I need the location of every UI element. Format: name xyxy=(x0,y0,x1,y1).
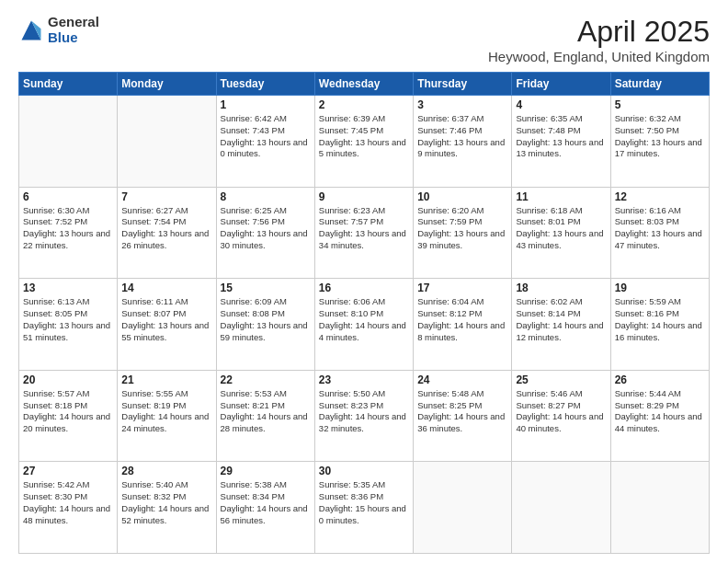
day-number: 17 xyxy=(417,282,507,294)
subtitle: Heywood, England, United Kingdom xyxy=(488,49,710,64)
main-title: April 2025 xyxy=(488,15,710,49)
day-number: 2 xyxy=(319,98,409,111)
calendar-cell: 9Sunrise: 6:23 AM Sunset: 7:57 PM Daylig… xyxy=(314,187,413,279)
calendar-cell: 5Sunrise: 6:32 AM Sunset: 7:50 PM Daylig… xyxy=(610,96,709,188)
day-number: 3 xyxy=(417,98,507,111)
day-header-saturday: Saturday xyxy=(610,73,709,96)
calendar-cell: 29Sunrise: 5:38 AM Sunset: 8:34 PM Dayli… xyxy=(216,462,314,554)
day-number: 29 xyxy=(221,465,311,477)
day-info: Sunrise: 6:20 AM Sunset: 7:59 PM Dayligh… xyxy=(417,205,507,252)
day-info: Sunrise: 5:46 AM Sunset: 8:27 PM Dayligh… xyxy=(516,388,606,435)
day-info: Sunrise: 5:48 AM Sunset: 8:25 PM Dayligh… xyxy=(417,388,507,435)
calendar-cell: 15Sunrise: 6:09 AM Sunset: 8:08 PM Dayli… xyxy=(216,279,314,371)
day-info: Sunrise: 6:23 AM Sunset: 7:57 PM Dayligh… xyxy=(319,205,409,252)
calendar-week-row: 20Sunrise: 5:57 AM Sunset: 8:18 PM Dayli… xyxy=(19,370,710,462)
page: General Blue April 2025 Heywood, England… xyxy=(0,0,728,563)
calendar-cell: 12Sunrise: 6:16 AM Sunset: 8:03 PM Dayli… xyxy=(610,187,709,279)
day-info: Sunrise: 6:02 AM Sunset: 8:14 PM Dayligh… xyxy=(516,296,606,343)
day-header-tuesday: Tuesday xyxy=(216,73,314,96)
day-number: 21 xyxy=(121,373,211,386)
day-number: 11 xyxy=(516,190,606,203)
day-info: Sunrise: 6:27 AM Sunset: 7:54 PM Dayligh… xyxy=(121,205,211,252)
calendar-cell: 25Sunrise: 5:46 AM Sunset: 8:27 PM Dayli… xyxy=(512,370,610,462)
calendar-cell: 30Sunrise: 5:35 AM Sunset: 8:36 PM Dayli… xyxy=(314,462,413,554)
day-number: 13 xyxy=(23,282,113,294)
calendar-cell: 27Sunrise: 5:42 AM Sunset: 8:30 PM Dayli… xyxy=(19,462,118,554)
calendar-cell xyxy=(610,462,709,554)
calendar-cell: 18Sunrise: 6:02 AM Sunset: 8:14 PM Dayli… xyxy=(512,279,610,371)
calendar-cell: 3Sunrise: 6:37 AM Sunset: 7:46 PM Daylig… xyxy=(414,96,512,188)
day-header-monday: Monday xyxy=(118,73,216,96)
day-number: 5 xyxy=(615,98,705,111)
calendar-week-row: 13Sunrise: 6:13 AM Sunset: 8:05 PM Dayli… xyxy=(19,279,710,371)
day-info: Sunrise: 6:18 AM Sunset: 8:01 PM Dayligh… xyxy=(516,205,606,252)
calendar-cell xyxy=(512,462,610,554)
day-info: Sunrise: 6:25 AM Sunset: 7:56 PM Dayligh… xyxy=(221,205,311,252)
day-header-thursday: Thursday xyxy=(414,73,512,96)
day-number: 12 xyxy=(615,190,705,203)
calendar-week-row: 6Sunrise: 6:30 AM Sunset: 7:52 PM Daylig… xyxy=(19,187,710,279)
title-area: April 2025 Heywood, England, United King… xyxy=(488,15,710,64)
logo-general-text: General xyxy=(48,15,99,30)
calendar-cell: 17Sunrise: 6:04 AM Sunset: 8:12 PM Dayli… xyxy=(414,279,512,371)
day-number: 16 xyxy=(319,282,409,294)
day-info: Sunrise: 5:42 AM Sunset: 8:30 PM Dayligh… xyxy=(23,479,113,526)
day-number: 4 xyxy=(516,98,606,111)
day-number: 24 xyxy=(417,373,507,386)
calendar-cell: 2Sunrise: 6:39 AM Sunset: 7:45 PM Daylig… xyxy=(314,96,413,188)
calendar-cell: 16Sunrise: 6:06 AM Sunset: 8:10 PM Dayli… xyxy=(314,279,413,371)
day-number: 10 xyxy=(417,190,507,203)
day-number: 20 xyxy=(23,373,113,386)
logo-icon xyxy=(18,17,44,43)
calendar-cell: 1Sunrise: 6:42 AM Sunset: 7:43 PM Daylig… xyxy=(216,96,314,188)
calendar-cell: 4Sunrise: 6:35 AM Sunset: 7:48 PM Daylig… xyxy=(512,96,610,188)
day-info: Sunrise: 6:42 AM Sunset: 7:43 PM Dayligh… xyxy=(221,113,311,160)
day-info: Sunrise: 5:44 AM Sunset: 8:29 PM Dayligh… xyxy=(615,388,705,435)
day-header-sunday: Sunday xyxy=(19,73,118,96)
day-info: Sunrise: 6:13 AM Sunset: 8:05 PM Dayligh… xyxy=(23,296,113,343)
calendar-cell: 10Sunrise: 6:20 AM Sunset: 7:59 PM Dayli… xyxy=(414,187,512,279)
calendar-cell: 22Sunrise: 5:53 AM Sunset: 8:21 PM Dayli… xyxy=(216,370,314,462)
day-info: Sunrise: 5:55 AM Sunset: 8:19 PM Dayligh… xyxy=(121,388,211,435)
day-info: Sunrise: 6:37 AM Sunset: 7:46 PM Dayligh… xyxy=(417,113,507,160)
calendar-week-row: 27Sunrise: 5:42 AM Sunset: 8:30 PM Dayli… xyxy=(19,462,710,554)
calendar-cell: 20Sunrise: 5:57 AM Sunset: 8:18 PM Dayli… xyxy=(19,370,118,462)
day-info: Sunrise: 6:39 AM Sunset: 7:45 PM Dayligh… xyxy=(319,113,409,160)
calendar-header-row: SundayMondayTuesdayWednesdayThursdayFrid… xyxy=(19,73,710,96)
day-number: 7 xyxy=(121,190,211,203)
calendar-cell: 24Sunrise: 5:48 AM Sunset: 8:25 PM Dayli… xyxy=(414,370,512,462)
day-number: 19 xyxy=(615,282,705,294)
day-number: 26 xyxy=(615,373,705,386)
day-info: Sunrise: 6:04 AM Sunset: 8:12 PM Dayligh… xyxy=(417,296,507,343)
day-number: 22 xyxy=(221,373,311,386)
day-number: 14 xyxy=(121,282,211,294)
calendar-table: SundayMondayTuesdayWednesdayThursdayFrid… xyxy=(18,72,710,554)
logo: General Blue xyxy=(18,15,99,45)
calendar-cell: 11Sunrise: 6:18 AM Sunset: 8:01 PM Dayli… xyxy=(512,187,610,279)
day-info: Sunrise: 5:57 AM Sunset: 8:18 PM Dayligh… xyxy=(23,388,113,435)
day-info: Sunrise: 6:09 AM Sunset: 8:08 PM Dayligh… xyxy=(221,296,311,343)
day-number: 8 xyxy=(221,190,311,203)
day-number: 27 xyxy=(23,465,113,477)
day-header-wednesday: Wednesday xyxy=(314,73,413,96)
day-number: 25 xyxy=(516,373,606,386)
calendar-cell: 26Sunrise: 5:44 AM Sunset: 8:29 PM Dayli… xyxy=(610,370,709,462)
day-number: 1 xyxy=(221,98,311,111)
day-number: 30 xyxy=(319,465,409,477)
day-info: Sunrise: 6:11 AM Sunset: 8:07 PM Dayligh… xyxy=(121,296,211,343)
day-info: Sunrise: 6:32 AM Sunset: 7:50 PM Dayligh… xyxy=(615,113,705,160)
logo-blue-text: Blue xyxy=(48,30,99,46)
header: General Blue April 2025 Heywood, England… xyxy=(18,15,710,64)
calendar-cell: 13Sunrise: 6:13 AM Sunset: 8:05 PM Dayli… xyxy=(19,279,118,371)
day-number: 28 xyxy=(121,465,211,477)
calendar-cell: 6Sunrise: 6:30 AM Sunset: 7:52 PM Daylig… xyxy=(19,187,118,279)
day-info: Sunrise: 5:59 AM Sunset: 8:16 PM Dayligh… xyxy=(615,296,705,343)
calendar-cell: 19Sunrise: 5:59 AM Sunset: 8:16 PM Dayli… xyxy=(610,279,709,371)
calendar-cell xyxy=(414,462,512,554)
calendar-week-row: 1Sunrise: 6:42 AM Sunset: 7:43 PM Daylig… xyxy=(19,96,710,188)
calendar-cell: 8Sunrise: 6:25 AM Sunset: 7:56 PM Daylig… xyxy=(216,187,314,279)
day-info: Sunrise: 5:50 AM Sunset: 8:23 PM Dayligh… xyxy=(319,388,409,435)
day-info: Sunrise: 5:35 AM Sunset: 8:36 PM Dayligh… xyxy=(319,479,409,526)
calendar-cell: 23Sunrise: 5:50 AM Sunset: 8:23 PM Dayli… xyxy=(314,370,413,462)
calendar-cell: 7Sunrise: 6:27 AM Sunset: 7:54 PM Daylig… xyxy=(118,187,216,279)
